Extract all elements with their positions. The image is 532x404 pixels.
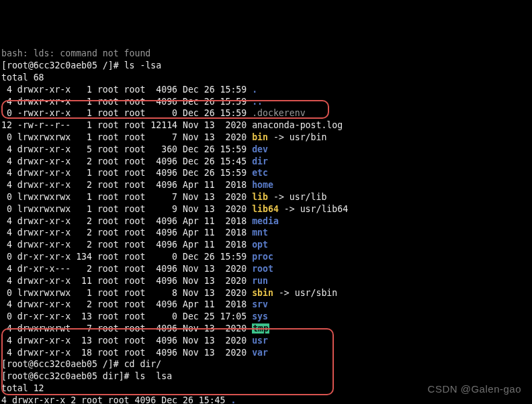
ls-row: 0 dr-xr-xr-x 13 root root 0 Dec 25 17:05… <box>1 311 531 323</box>
error-line: bash: lds: command not found <box>1 48 531 60</box>
ls-row: 4 drwxr-xr-x 2 root root 4096 Apr 11 201… <box>1 299 531 311</box>
watermark: CSDN @Galen-gao <box>428 383 521 396</box>
ls-row: 4 drwxr-xr-x 11 root root 4096 Nov 13 20… <box>1 275 531 287</box>
ls-row: 0 lrwxrwxrwx 1 root root 8 Nov 13 2020 s… <box>1 287 531 299</box>
prompt-ls-lsa[interactable]: [root@6cc32c0aeb05 /]# ls -lsa <box>1 60 531 72</box>
ls-row: 4 drwxr-xr-x 13 root root 4096 Nov 13 20… <box>1 335 531 347</box>
ls-row: 0 -rwxr-xr-x 1 root root 0 Dec 26 15:59 … <box>1 107 531 119</box>
terminal-output: bash: lds: command not found[root@6cc32c… <box>1 48 531 404</box>
ls-row: 0 lrwxrwxrwx 1 root root 7 Nov 13 2020 b… <box>1 132 531 144</box>
ls-row: 4 drwxr-xr-x 5 root root 360 Dec 26 15:5… <box>1 144 531 156</box>
ls-row: 4 drwxr-xr-x 2 root root 4096 Apr 11 201… <box>1 179 531 191</box>
ls-row: 12 -rw-r--r-- 1 root root 12114 Nov 13 2… <box>1 119 531 132</box>
ls-row: 4 drwxr-xr-x 2 root root 4096 Apr 11 201… <box>1 239 531 251</box>
total-line: total 68 <box>1 72 531 84</box>
ls-row: 4 drwxr-xr-x 2 root root 4096 Apr 11 201… <box>1 215 531 228</box>
ls-row: 4 drwxrwxrwt 7 root root 4096 Nov 13 202… <box>1 323 531 335</box>
ls-row: 4 drwxr-xr-x 1 root root 4096 Dec 26 15:… <box>1 96 531 108</box>
prompt-cd-dir[interactable]: [root@6cc32c0aeb05 /]# cd dir/ <box>1 358 531 370</box>
ls-row: 4 drwxr-xr-x 2 root root 4096 Apr 11 201… <box>1 227 531 239</box>
ls-row: 4 drwxr-xr-x 1 root root 4096 Dec 26 15:… <box>1 84 531 96</box>
prompt-ls-lsa-dir[interactable]: [root@6cc32c0aeb05 dir]# ls lsa <box>1 370 531 383</box>
ls-row: 4 drwxr-xr-x 1 root root 4096 Dec 26 15:… <box>1 167 531 179</box>
ls-row: 0 lrwxrwxrwx 1 root root 7 Nov 13 2020 l… <box>1 191 531 203</box>
ls-row: 4 drwxr-xr-x 18 root root 4096 Nov 13 20… <box>1 347 531 359</box>
ls-row: 0 dr-xr-xr-x 134 root root 0 Dec 26 15:5… <box>1 251 531 263</box>
ls-row: 4 dr-xr-x--- 2 root root 4096 Nov 13 202… <box>1 263 531 275</box>
ls-row: 4 drwxr-xr-x 2 root root 4096 Dec 26 15:… <box>1 156 531 168</box>
ls-row: 0 lrwxrwxrwx 1 root root 9 Nov 13 2020 l… <box>1 203 531 215</box>
